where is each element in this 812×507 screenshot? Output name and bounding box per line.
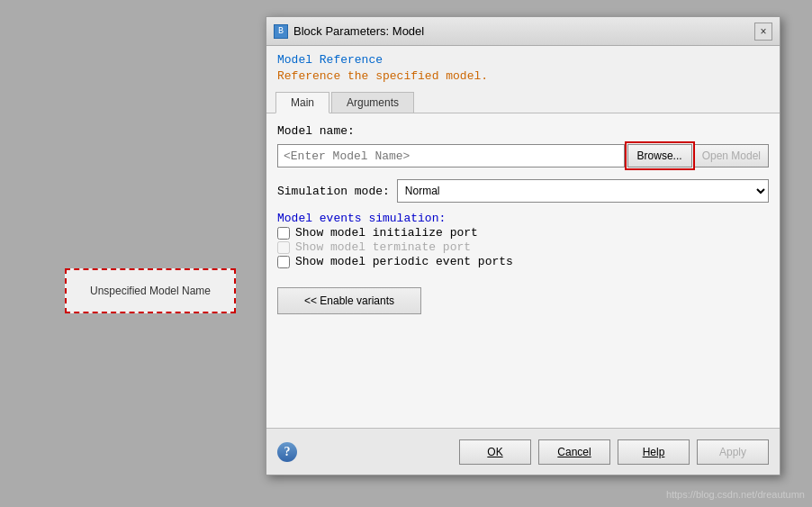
help-label: Help bbox=[643, 446, 665, 458]
tabs-bar: Main Arguments bbox=[266, 86, 780, 113]
title-bar: B Block Parameters: Model × bbox=[266, 17, 780, 46]
cancel-button[interactable]: Cancel bbox=[538, 439, 610, 465]
model-reference-desc: Reference the specified model. bbox=[277, 69, 769, 83]
footer-help-icon: ? bbox=[277, 442, 297, 462]
checkbox-row-init: Show model initialize port bbox=[277, 226, 769, 240]
ok-label: OK bbox=[487, 446, 502, 458]
cancel-label: Cancel bbox=[557, 446, 591, 458]
footer-buttons: OK Cancel Help Apply bbox=[459, 439, 769, 465]
dialog-header: Model Reference Reference the specified … bbox=[266, 46, 780, 86]
dialog-content: Model Reference Reference the specified … bbox=[266, 46, 780, 475]
checkbox-terminate-port[interactable] bbox=[277, 241, 290, 254]
model-name-section: Model name: Browse... Open Model bbox=[277, 124, 769, 170]
simulation-mode-select[interactable]: Normal Accelerator Software-in-the-Loop … bbox=[397, 179, 769, 203]
dialog-title: Block Parameters: Model bbox=[293, 24, 424, 38]
checkbox-label-terminate-port: Show model terminate port bbox=[295, 240, 471, 254]
unspecified-model-name-block: Unspecified Model Name bbox=[65, 268, 236, 313]
tab-main[interactable]: Main bbox=[275, 92, 329, 113]
apply-button[interactable]: Apply bbox=[697, 439, 769, 465]
watermark-text: https://blog.csdn.net/dreautumn bbox=[666, 489, 805, 500]
enable-variants-button[interactable]: << Enable variants bbox=[277, 287, 421, 314]
model-events-label: Model events simulation: bbox=[277, 212, 769, 225]
tab-content-main: Model name: Browse... Open Model Simulat… bbox=[266, 113, 780, 428]
browse-btn-wrapper: Browse... bbox=[625, 141, 695, 170]
model-name-row: Browse... Open Model bbox=[277, 141, 769, 170]
simulation-select-wrapper: Normal Accelerator Software-in-the-Loop … bbox=[397, 179, 769, 203]
checkbox-init-port[interactable] bbox=[277, 227, 290, 240]
checkbox-label-periodic-ports: Show model periodic event ports bbox=[295, 255, 513, 268]
checkbox-row-terminate: Show model terminate port bbox=[277, 240, 769, 254]
help-circle-button[interactable]: ? bbox=[277, 442, 297, 462]
tab-arguments[interactable]: Arguments bbox=[331, 92, 414, 113]
model-events-section: Model events simulation: Show model init… bbox=[277, 212, 769, 269]
close-button[interactable]: × bbox=[754, 23, 772, 41]
block-parameters-dialog: B Block Parameters: Model × Model Refere… bbox=[266, 16, 780, 475]
simulation-mode-label: Simulation mode: bbox=[277, 185, 390, 198]
model-reference-title: Model Reference bbox=[277, 53, 769, 67]
model-name-input[interactable] bbox=[277, 144, 625, 167]
checkbox-periodic-ports[interactable] bbox=[277, 256, 290, 268]
simulation-mode-row: Simulation mode: Normal Accelerator Soft… bbox=[277, 179, 769, 203]
browse-button[interactable]: Browse... bbox=[627, 144, 692, 167]
checkbox-label-init-port: Show model initialize port bbox=[295, 226, 478, 240]
open-model-button[interactable]: Open Model bbox=[695, 144, 769, 167]
dialog-icon: B bbox=[274, 24, 288, 39]
dialog-footer: ? OK Cancel Help Apply bbox=[266, 428, 780, 475]
checkbox-row-periodic: Show model periodic event ports bbox=[277, 255, 769, 268]
ok-button[interactable]: OK bbox=[459, 439, 531, 465]
help-button[interactable]: Help bbox=[618, 439, 690, 465]
title-bar-left: B Block Parameters: Model bbox=[274, 24, 424, 39]
unspecified-model-name-label: Unspecified Model Name bbox=[90, 285, 211, 297]
model-name-label: Model name: bbox=[277, 124, 769, 138]
